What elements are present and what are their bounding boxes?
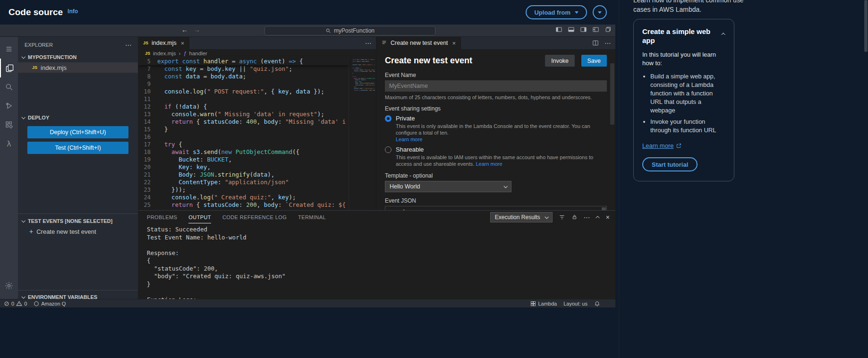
upload-from-label: Upload from [534,9,570,16]
radio-unselected-icon[interactable] [385,146,391,153]
more-actions-icon[interactable]: ⋯ [365,39,372,47]
restore-window-icon[interactable] [604,26,612,33]
amazon-q-status-item[interactable]: Amazon Q [34,301,66,307]
panel-tab-output[interactable]: OUTPUT [188,211,211,223]
close-tab-icon[interactable]: × [181,40,185,47]
customize-layout-icon[interactable] [592,26,599,33]
breadcrumb[interactable]: JS index.mjs › ƒ handler [138,49,376,58]
template-label: Template - optional [385,172,607,179]
section-mypostfunction[interactable]: MYPOSTFUNCTION [18,52,138,62]
panel-tab-terminal[interactable]: TERMINAL [298,211,326,223]
upload-from-button[interactable]: Upload from [526,5,587,19]
tab-index-mjs[interactable]: JS index.mjs × [138,37,189,49]
private-radio-row[interactable]: Private [385,115,607,122]
lambda-status-item[interactable]: Lambda [530,301,557,307]
panel-controls: Execution Results ⋯ × [490,211,610,223]
save-button[interactable]: Save [581,55,607,67]
aws-lambda-code-source-page: Code sourceInfo Upload from ← → myPostFu… [0,0,868,358]
filter-output-icon[interactable] [559,214,565,221]
close-tab-icon[interactable]: × [452,40,456,47]
panel-more-actions-icon[interactable]: ⋯ [584,213,591,221]
code-line: 12 if (!data) { [138,103,349,111]
editor-groups: JS index.mjs × ⋯ JS index.mjs › [138,37,615,210]
menu-hamburger-icon[interactable] [0,40,18,59]
test-button[interactable]: Test (Ctrl+Shift+I) [27,142,128,154]
deploy-button[interactable]: Deploy (Ctrl+Shift+U) [27,126,128,138]
code-line: 8 const data = body.data; [138,73,349,80]
search-activity-icon[interactable] [0,77,18,96]
form-scrollbar[interactable] [610,63,614,125]
section-deploy[interactable]: DEPLOY [18,112,138,123]
code-area[interactable]: 5export const handler = async (event) =>… [138,58,376,210]
output-console[interactable]: Status: SucceededTest Event Name: hello-… [138,223,615,299]
explorer-activity-icon[interactable] [0,59,18,77]
output-channel-select[interactable]: Execution Results [490,212,553,222]
template-select[interactable]: Hello World [385,181,511,192]
start-tutorial-button[interactable]: Start tutorial [642,157,698,171]
code-line: 10 console.log(" POST request:", { key, … [138,88,349,95]
maximize-panel-icon[interactable] [597,216,600,219]
code-line: 15 } [138,126,349,133]
toggle-panel-icon[interactable] [568,26,575,33]
code-line: 20 Key: key, [138,163,349,171]
tab-create-new-test-event[interactable]: Create new test event × [376,37,461,49]
command-center-search[interactable]: myPostFunction [264,26,435,35]
extensions-activity-icon[interactable] [0,115,18,134]
sharing-settings-label: Event sharing settings [385,105,607,112]
explorer-sidebar: EXPLORER ⋯ MYPOSTFUNCTION JS index.mjs D… [18,37,138,299]
deploy-section: DEPLOY Deploy (Ctrl+Shift+U) Test (Ctrl+… [18,112,138,154]
event-json-editor[interactable]: 1{2 "body": "{\"key\":\"quiz-aws.json\",… [385,206,607,210]
toggle-primary-sidebar-icon[interactable] [555,26,562,33]
invoke-button[interactable]: Invoke [545,55,575,67]
private-description: This event is only available in the Lamb… [396,123,607,143]
plus-icon: + [29,228,33,235]
shareable-radio-row[interactable]: Shareable [385,146,607,153]
error-icon [4,301,9,307]
panel-header: PROBLEMSOUTPUTCODE REFERENCE LOGTERMINAL… [138,211,615,223]
panel-tab-problems[interactable]: PROBLEMS [147,211,177,223]
code-line: 13 console.warn(" Missing 'data' in requ… [138,111,349,118]
aws-toolkit-lambda-icon[interactable]: λ [0,134,18,153]
back-arrow-icon[interactable]: ← [181,26,188,34]
code-editor-window: ← → myPostFunction [0,25,615,307]
run-debug-activity-icon[interactable] [0,96,18,115]
shareable-learn-more-link[interactable]: Learn more [476,161,502,167]
chevron-down-icon [598,11,602,14]
tutorial-bullet: Build a simple web app, consisting of a … [650,72,725,115]
explorer-more-actions-icon[interactable]: ⋯ [125,41,132,49]
create-new-test-event-item[interactable]: + Create new test event [18,226,138,237]
layout-status-item[interactable]: Layout: us [563,301,587,307]
settings-gear-icon[interactable] [0,276,18,295]
minimap[interactable]: const key = body.key || "quiz.json"; con… [349,58,376,210]
collapse-card-icon[interactable] [723,29,725,37]
tutorial-card: Create a simple web app In this tutorial… [633,19,734,181]
lock-icon[interactable] [571,214,578,220]
test-event-tab-bar: Create new test event × ⋯ [376,37,615,49]
chevron-down-icon [21,219,25,222]
toggle-secondary-sidebar-icon[interactable] [580,26,587,33]
panel-tab-code-reference-log[interactable]: CODE REFERENCE LOG [222,211,287,223]
event-json-label: Event JSON [385,197,607,204]
page-scrollbar[interactable] [864,0,868,52]
close-panel-icon[interactable]: × [606,213,610,221]
private-learn-more-link[interactable]: Learn more [396,136,422,142]
output-line: Test Event Name: hello-world [147,234,615,242]
section-test-events[interactable]: TEST EVENTS [NONE SELECTED] [18,216,138,226]
notifications-bell-icon[interactable] [594,300,600,307]
file-index-mjs[interactable]: JS index.mjs [18,62,138,73]
radio-selected-icon[interactable] [385,115,391,122]
tutorial-learn-more-link[interactable]: Learn more [642,142,681,149]
grid-icon [530,301,536,307]
split-editor-icon[interactable] [592,40,599,46]
code-line: 16 [138,133,349,141]
chevron-down-icon [21,295,25,298]
problems-status-item[interactable]: 0 0 [4,300,27,307]
create-test-event-form: Create new test event Invoke Save Event … [376,49,615,210]
forward-arrow-icon[interactable]: → [194,26,200,34]
output-line: { [147,257,615,265]
more-actions-icon[interactable]: ⋯ [604,39,612,47]
header-overflow-dropdown-button[interactable] [593,5,607,19]
info-link[interactable]: Info [68,8,78,15]
event-name-input[interactable]: MyEventName [385,80,607,92]
chevron-down-icon [503,184,507,188]
